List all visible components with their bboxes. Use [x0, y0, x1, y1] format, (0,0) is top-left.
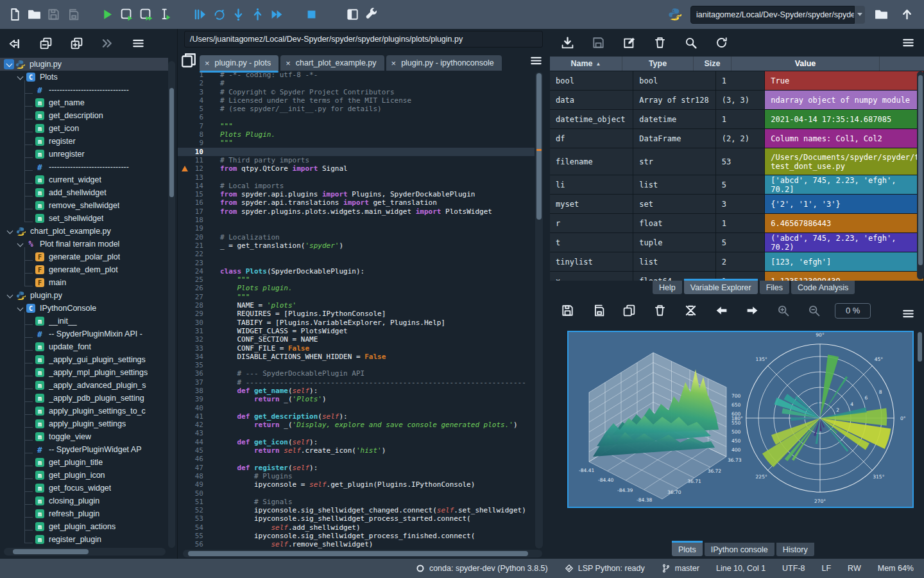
code-line-34[interactable]: 34 DISABLE_ACTIONS_WHEN_HIDDEN = False [178, 353, 535, 361]
code-line-1[interactable]: 1# -*- coding: utf-8 -*- [178, 71, 535, 79]
editor-tab-chart_plot_example.py[interactable]: ×chart_plot_example.py [280, 55, 384, 71]
variable-name[interactable]: tinylist [550, 252, 633, 271]
code-line-16[interactable]: 16from spyder.api.translations import ge… [178, 198, 535, 207]
code-line-35[interactable]: 35 [178, 361, 535, 369]
variable-row-r[interactable]: rfloat16.46567886443 [550, 214, 924, 233]
variable-table-scrollbar[interactable] [917, 71, 924, 279]
tab-plots[interactable]: Plots [672, 543, 703, 556]
code-line-2[interactable]: 2# [178, 79, 535, 87]
code-line-9[interactable]: 9""" [178, 139, 535, 147]
code-line-11[interactable]: 11# Third party imports [178, 156, 535, 164]
code-line-42[interactable]: 42 return _('Display, explore and save c… [178, 421, 535, 429]
working-directory-dropdown[interactable] [855, 6, 865, 24]
code-line-12[interactable]: 12from qtpy.QtCore import Signal [178, 164, 535, 173]
close-tab-icon[interactable]: × [286, 58, 291, 68]
save-file-button[interactable] [44, 5, 63, 24]
variable-size[interactable]: 53 [716, 148, 766, 175]
variable-size[interactable]: 5 [716, 233, 766, 252]
editor-tab-plugin.py---ipythonconsole[interactable]: ×plugin.py - ipythonconsole [386, 55, 502, 71]
variable-type[interactable]: list [633, 175, 715, 194]
outline-item-register_plugin[interactable]: mregister_plugin [0, 533, 168, 546]
variable-size[interactable]: 1 [716, 110, 766, 128]
next-plot-button[interactable] [742, 301, 762, 320]
code-line-7[interactable]: 7""" [178, 122, 535, 130]
code-line-13[interactable]: 13 [178, 173, 535, 182]
variable-name[interactable]: myset [550, 195, 633, 213]
code-line-49[interactable]: 49 ipyconsole = self.get_plugin(Plugins.… [178, 480, 535, 489]
outline-item-set_shellwidget[interactable]: mset_shellwidget [0, 212, 168, 225]
expand-chevron-icon[interactable] [17, 304, 24, 311]
variable-table-header[interactable]: Name▲TypeSizeValue [550, 57, 924, 71]
step-return-button[interactable] [248, 5, 267, 24]
variable-size[interactable]: 1 [716, 214, 766, 232]
expand-all-button[interactable] [67, 34, 86, 53]
outline-item-plugin.py[interactable]: plugin.py [0, 58, 168, 71]
remove-all-plots-button[interactable] [681, 301, 700, 320]
code-line-5[interactable]: 5# (see spyder/__init__.py for details) [178, 105, 535, 113]
variable-row-data[interactable]: dataArray of str128(3, 3)ndarray object … [550, 91, 924, 110]
expand-chevron-icon[interactable] [17, 73, 24, 80]
variable-type[interactable]: list [633, 252, 715, 271]
variable-value[interactable]: Column names: Col1, Col2 [765, 129, 924, 148]
rerun-cell-button[interactable] [209, 5, 228, 24]
variable-size[interactable]: 5 [716, 175, 766, 194]
tab-history[interactable]: History [776, 543, 814, 556]
variable-value[interactable]: /Users/Documents/spyder/spyder/tests/ te… [765, 148, 924, 175]
code-line-45[interactable]: 45 return self.create_icon('hist') [178, 446, 535, 455]
variable-value[interactable]: 6.46567886443 [765, 214, 924, 232]
variable-name[interactable]: bool [550, 71, 633, 90]
expand-chevron-icon[interactable] [4, 59, 14, 69]
browse-directory-button[interactable] [871, 5, 891, 24]
code-line-53[interactable]: 53 ipyconsole.sig_shellwidget_process_st… [178, 514, 535, 523]
variable-value[interactable]: {'2', '1', '3'} [765, 195, 924, 213]
save-plot-button[interactable] [558, 301, 577, 320]
save-data-button[interactable] [588, 33, 608, 53]
variable-type[interactable]: datetime [633, 110, 715, 128]
code-line-4[interactable]: 4# Licensed under the terms of the MIT L… [178, 96, 535, 105]
tab-code-analysis[interactable]: Code Analysis [791, 281, 855, 294]
variable-value[interactable]: 2021-04-14 17:35:14.687085 [765, 110, 924, 128]
refresh-variables-button[interactable] [712, 33, 731, 53]
variable-row-myset[interactable]: mysetset3{'2', '1', '3'} [550, 195, 924, 214]
variable-row-tinylist[interactable]: tinylistlist2[123, 'efgh'] [550, 252, 924, 272]
restore-tree-button[interactable] [98, 34, 117, 53]
variable-name[interactable]: r [550, 214, 633, 232]
code-area[interactable]: 1# -*- coding: utf-8 -*-2#3# Copyright ©… [178, 71, 535, 550]
variable-size[interactable]: 3 [716, 195, 766, 213]
code-line-24[interactable]: 24class Plots(SpyderDockablePlugin): [178, 267, 535, 276]
search-variable-button[interactable] [681, 33, 700, 53]
outline-item-main[interactable]: Fmain [0, 276, 168, 289]
save-all-button[interactable] [63, 5, 82, 24]
wrench-preferences-button[interactable] [362, 5, 381, 24]
code-line-18[interactable]: 18 [178, 216, 535, 224]
variable-name[interactable]: x [550, 272, 633, 281]
variable-type[interactable]: DataFrame [633, 129, 715, 148]
run-file-button[interactable] [98, 5, 117, 24]
code-line-40[interactable]: 40 [178, 404, 535, 412]
outline-horizontal-scrollbar[interactable] [4, 548, 166, 556]
code-line-21[interactable]: 21_ = get_translation('spyder') [178, 241, 535, 250]
variable-value[interactable]: True [765, 71, 924, 90]
code-line-36[interactable]: 36 # --- SpyderDockablePlugin API [178, 369, 535, 378]
code-line-55[interactable]: 55 ipyconsole.sig_shellwidget_process_fi… [178, 532, 535, 540]
outline-item-chart_plot_example.py[interactable]: chart_plot_example.py [0, 225, 168, 238]
copy-plot-button[interactable] [619, 301, 638, 320]
code-line-28[interactable]: 28 NAME = 'plots' [178, 301, 535, 310]
code-line-20[interactable]: 20# Localization [178, 233, 535, 241]
remove-variable-button[interactable] [650, 33, 669, 53]
variable-type[interactable]: Array of str128 [633, 91, 715, 109]
zoom-in-button[interactable] [773, 301, 792, 320]
code-line-44[interactable]: 44 def get_icon(self): [178, 438, 535, 446]
remove-plot-button[interactable] [650, 301, 669, 320]
variable-type[interactable]: bool [633, 71, 715, 90]
maximize-pane-button[interactable] [343, 5, 362, 24]
step-into-button[interactable] [228, 5, 248, 24]
close-tab-icon[interactable]: × [391, 58, 397, 68]
variable-row-li[interactable]: lilist5['abcd', 745, 2.23, 'efgh', 70.2] [550, 175, 924, 195]
variable-name[interactable]: data [550, 91, 633, 109]
plots-scrollbar[interactable] [916, 332, 923, 505]
status-rw[interactable]: RW [848, 564, 861, 573]
run-selection-button[interactable] [155, 5, 175, 24]
run-cell-button[interactable] [117, 5, 136, 24]
close-tab-icon[interactable]: × [205, 58, 210, 68]
